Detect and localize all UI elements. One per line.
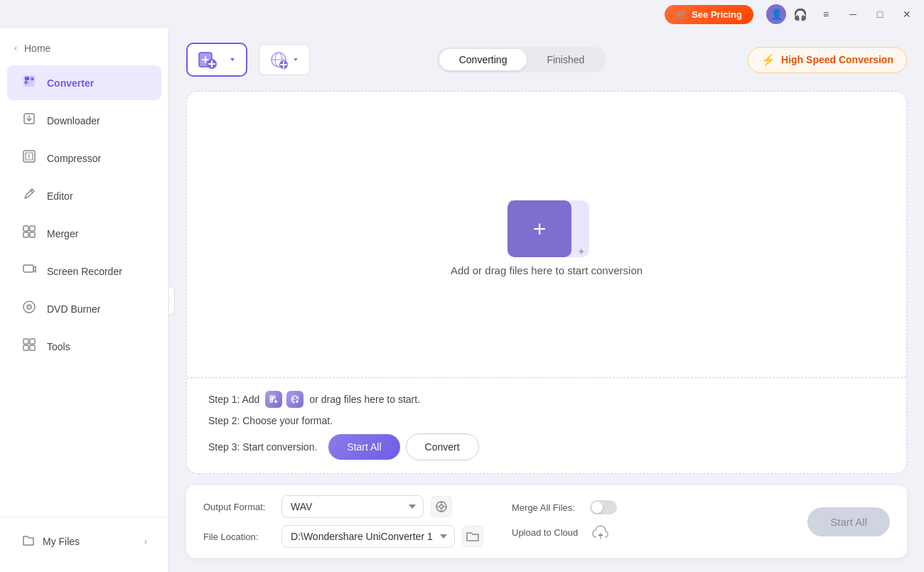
downloader-icon xyxy=(21,112,37,129)
merge-group: Merge All Files: Upload to Cloud xyxy=(512,500,617,543)
step-2-row: Step 2: Choose your format. xyxy=(208,415,885,426)
start-all-steps-button[interactable]: Start All xyxy=(328,434,399,460)
dvd-burner-label: DVD Burner xyxy=(47,303,100,315)
svg-rect-18 xyxy=(23,345,28,350)
format-group: Output Format: WAV xyxy=(203,495,483,548)
sidebar-item-converter[interactable]: Converter xyxy=(7,65,161,100)
add-url-icon xyxy=(269,50,288,69)
add-file-button[interactable] xyxy=(186,43,247,77)
lightning-icon: ⚡ xyxy=(761,53,775,67)
output-format-row: Output Format: WAV xyxy=(203,495,483,518)
my-files-label: My Files xyxy=(43,536,80,547)
minimize-button[interactable]: ─ xyxy=(842,4,864,24)
start-all-steps-label: Start All xyxy=(347,441,381,453)
start-all-main-label: Start All xyxy=(830,516,867,528)
editor-label: Editor xyxy=(47,190,73,202)
bottom-bar: Output Format: WAV xyxy=(186,485,907,558)
converter-label: Converter xyxy=(47,77,94,89)
sidebar-item-editor[interactable]: Editor xyxy=(7,178,161,213)
sidebar-item-downloader[interactable]: Downloader xyxy=(7,103,161,138)
see-pricing-button[interactable]: 🛒 See Pricing xyxy=(665,5,753,24)
converter-icon xyxy=(21,74,37,92)
downloader-label: Downloader xyxy=(47,115,100,126)
drop-zone-text: Add or drag files here to start conversi… xyxy=(451,264,643,276)
output-format-select[interactable]: WAV xyxy=(281,495,424,518)
editor-icon xyxy=(21,187,37,205)
sidebar-home[interactable]: ‹ Home xyxy=(0,36,168,61)
finished-tab-label: Finished xyxy=(547,54,584,65)
output-format-label: Output Format: xyxy=(203,502,274,512)
file-location-select[interactable]: D:\Wondershare UniConverter 1 xyxy=(281,525,455,548)
start-all-main-button[interactable]: Start All xyxy=(807,507,890,536)
svg-rect-12 xyxy=(23,265,33,272)
format-settings-icon[interactable] xyxy=(431,496,452,517)
tools-label: Tools xyxy=(47,341,70,352)
step-3-row: Step 3: Start conversion. Start All Conv… xyxy=(208,433,885,460)
user-avatar[interactable]: 👤 xyxy=(766,4,786,24)
sparkle-icon-2: ✦ xyxy=(577,246,586,257)
minimize-icon: ─ xyxy=(849,9,856,20)
sidebar-item-compressor[interactable]: Compressor xyxy=(7,141,161,176)
app-body: ‹ Home Converter xyxy=(0,28,924,572)
merge-all-label: Merge All Files: xyxy=(512,502,583,513)
sidebar-item-merger[interactable]: Merger xyxy=(7,216,161,251)
converting-tab-label: Converting xyxy=(459,54,507,65)
compressor-label: Compressor xyxy=(47,153,101,164)
file-location-row: File Location: D:\Wondershare UniConvert… xyxy=(203,525,483,548)
maximize-icon: □ xyxy=(877,9,883,20)
sidebar-item-tools[interactable]: Tools xyxy=(7,329,161,364)
my-files-icon xyxy=(21,533,36,549)
file-location-label: File Location: xyxy=(203,531,274,542)
url-dropdown-arrow-icon xyxy=(292,56,299,63)
notifications-icon[interactable]: 🎧 xyxy=(790,4,810,24)
screen-recorder-label: Screen Recorder xyxy=(47,266,122,277)
step3-prefix: Step 3: Start conversion. xyxy=(208,441,317,453)
mini-add-file-icon xyxy=(265,391,282,408)
step1-suffix: or drag files here to start. xyxy=(309,394,420,405)
step2-text: Step 2: Choose your format. xyxy=(208,415,333,426)
dvd-burner-icon xyxy=(21,300,37,318)
folder-browse-icon[interactable] xyxy=(462,526,483,547)
svg-rect-1 xyxy=(25,77,29,80)
compressor-icon xyxy=(21,149,37,167)
tab-finished[interactable]: Finished xyxy=(527,49,604,70)
user-icon: 👤 xyxy=(770,9,783,20)
convert-label: Convert xyxy=(425,441,460,453)
cloud-upload-button[interactable] xyxy=(590,522,611,543)
step1-icons xyxy=(265,391,303,408)
drop-instructions: Step 1: Add xyxy=(187,378,906,473)
svg-point-15 xyxy=(28,306,30,308)
step-1-row: Step 1: Add xyxy=(208,391,885,408)
convert-button[interactable]: Convert xyxy=(406,433,479,460)
high-speed-label: High Speed Conversion xyxy=(781,54,893,65)
step1-prefix: Step 1: Add xyxy=(208,394,259,405)
merge-toggle[interactable] xyxy=(590,500,617,514)
menu-button[interactable]: ≡ xyxy=(815,4,837,24)
close-icon: ✕ xyxy=(903,9,911,20)
add-file-icon xyxy=(198,50,217,70)
merge-toggle-row: Merge All Files: xyxy=(512,500,617,514)
maximize-button[interactable]: □ xyxy=(869,4,891,24)
titlebar: 🛒 See Pricing 👤 🎧 ≡ ─ □ ✕ xyxy=(0,0,924,28)
home-label: Home xyxy=(24,43,50,54)
collapse-sidebar-button[interactable]: ‹ xyxy=(169,286,175,315)
sidebar-item-dvd-burner[interactable]: DVD Burner xyxy=(7,291,161,326)
svg-rect-9 xyxy=(30,226,35,231)
svg-point-46 xyxy=(440,505,444,509)
high-speed-button[interactable]: ⚡ High Speed Conversion xyxy=(748,47,907,73)
svg-rect-10 xyxy=(23,232,28,237)
add-url-button[interactable] xyxy=(259,44,310,75)
my-files-item[interactable]: My Files › xyxy=(7,524,161,558)
drop-area[interactable]: ✦ + ✦ Add or drag files here to start co… xyxy=(187,92,906,378)
svg-rect-19 xyxy=(30,345,35,350)
svg-rect-11 xyxy=(30,232,35,237)
sidebar-item-screen-recorder[interactable]: Screen Recorder xyxy=(7,254,161,288)
svg-rect-16 xyxy=(23,339,28,344)
cart-icon: 🛒 xyxy=(676,9,687,20)
close-button[interactable]: ✕ xyxy=(896,4,918,24)
merger-icon xyxy=(21,225,37,242)
tab-converting[interactable]: Converting xyxy=(439,49,527,70)
screen-recorder-icon xyxy=(21,262,37,280)
sidebar-footer: My Files › xyxy=(0,517,168,565)
upload-cloud-label: Upload to Cloud xyxy=(512,527,583,538)
